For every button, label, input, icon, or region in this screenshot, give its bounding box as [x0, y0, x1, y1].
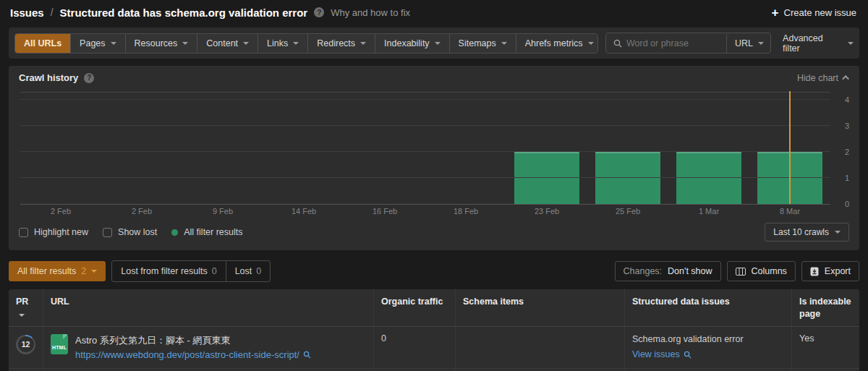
page-url-link[interactable]: https://www.webdong.dev/post/astro-clien… — [75, 348, 311, 362]
x-tick-label: 9 Feb — [182, 207, 263, 216]
y-tick-label: 3 — [845, 121, 849, 130]
search-scope-dropdown[interactable]: URL — [726, 34, 771, 53]
page-title: Structured data has schema.org validatio… — [60, 7, 308, 19]
filter-segments: All URLsPagesResourcesContentLinksRedire… — [14, 33, 598, 54]
chevron-down-icon — [848, 42, 854, 45]
y-tick-label: 2 — [845, 148, 849, 156]
col-header-schema-items[interactable]: Schema items — [456, 289, 625, 327]
sort-caret-icon — [19, 314, 25, 317]
search-box — [606, 33, 726, 53]
search-scope-label: URL — [735, 38, 753, 48]
secondary-tabs: Lost from filter results 0 Lost 0 — [111, 260, 271, 282]
table-row: 12 HTML Astro 系列文第九日：腳本 - 網頁東東 https://w… — [9, 327, 859, 369]
columns-icon — [736, 268, 746, 276]
gridline — [20, 125, 830, 126]
highlight-new-label: Highlight new — [34, 227, 88, 237]
view-issues-link[interactable]: View issues — [632, 349, 692, 359]
chart-slot — [20, 93, 101, 204]
show-lost-checkbox[interactable]: Show lost — [103, 227, 157, 237]
highlight-new-checkbox[interactable]: Highlight new — [19, 227, 88, 237]
chevron-down-icon — [182, 42, 188, 45]
chart-bar[interactable] — [514, 152, 579, 204]
filter-segment-content[interactable]: Content — [197, 34, 258, 53]
plus-icon: + — [772, 7, 779, 19]
chart-plot: 01234 — [20, 92, 830, 205]
inspect-icon[interactable] — [303, 351, 311, 359]
filter-segment-label: Sitemaps — [459, 38, 496, 48]
create-new-issue-button[interactable]: + Create new issue — [772, 7, 856, 19]
filter-segment-indexability[interactable]: Indexability — [375, 34, 449, 53]
col-header-label: PR — [16, 297, 28, 307]
tab-all-filter-results[interactable]: All filter results 2 — [9, 261, 106, 281]
x-tick-label: 16 Feb — [344, 207, 425, 216]
filter-segment-all-urls[interactable]: All URLs — [15, 34, 70, 53]
x-tick-label: 2 Feb — [101, 207, 182, 216]
breadcrumb-issues[interactable]: Issues — [10, 7, 44, 19]
columns-button[interactable]: Columns — [727, 261, 796, 281]
filter-segment-ahrefs-metrics[interactable]: Ahrefs metrics — [516, 34, 598, 53]
help-icon[interactable]: ? — [314, 7, 324, 17]
tab-lost[interactable]: Lost 0 — [226, 261, 271, 281]
tab-label: Lost from filter results — [121, 266, 207, 276]
filter-segment-links[interactable]: Links — [258, 34, 307, 53]
changes-value: Don't show — [668, 266, 712, 276]
page-title-text: Astro 系列文第九日：腳本 - 網頁東東 — [75, 334, 311, 348]
x-tick-label: 1 Mar — [668, 207, 749, 216]
columns-label: Columns — [752, 266, 787, 276]
table-header-row: PR URL Organic traffic Schema items Stru… — [9, 289, 859, 327]
page-rating-value: 12 — [18, 336, 34, 352]
breadcrumb-separator: / — [51, 7, 54, 18]
url-text: https://www.webdong.dev/post/astro-clien… — [75, 348, 299, 362]
chart-slot — [101, 93, 182, 204]
export-icon — [810, 267, 819, 276]
results-tabs-row: All filter results 2 Lost from filter re… — [9, 260, 859, 282]
filter-segment-redirects[interactable]: Redirects — [307, 34, 375, 53]
why-how-to-fix-link[interactable]: Why and how to fix — [331, 7, 410, 18]
site-audit-issues-page: Issues / Structured data has schema.org … — [0, 0, 868, 371]
chart-bar[interactable] — [676, 152, 741, 204]
search-icon — [613, 39, 622, 48]
url-cell: HTML Astro 系列文第九日：腳本 - 網頁東東 https://www.… — [43, 327, 374, 369]
x-tick-label: 25 Feb — [587, 207, 668, 216]
inspect-icon — [684, 351, 692, 359]
filter-segment-resources[interactable]: Resources — [125, 34, 197, 53]
filter-segment-label: Links — [267, 38, 288, 48]
changes-prefix: Changes: — [624, 266, 663, 276]
advanced-filter-label: Advanced filter — [783, 33, 842, 54]
chart-slot — [587, 93, 668, 204]
is-indexable-cell: Yes — [792, 327, 859, 369]
col-header-pr[interactable]: PR — [9, 289, 43, 327]
chart-x-axis: 2 Feb2 Feb9 Feb14 Feb16 Feb18 Feb23 Feb2… — [20, 207, 830, 216]
chart-slot — [425, 93, 506, 204]
col-header-url[interactable]: URL — [43, 289, 374, 327]
export-button[interactable]: Export — [801, 261, 859, 281]
col-header-structured-data-issues[interactable]: Structured data issues — [625, 289, 792, 327]
chart-bars — [20, 93, 830, 204]
legend-dot-icon — [171, 229, 178, 236]
help-icon[interactable]: ? — [84, 73, 94, 83]
tab-lost-from-filter-results[interactable]: Lost from filter results 0 — [112, 261, 225, 281]
chart-bar[interactable] — [595, 152, 660, 204]
crawl-history-panel: Crawl history ? Hide chart 01234 2 Feb2 … — [9, 66, 859, 250]
tab-count: 0 — [256, 266, 261, 276]
chart-title: Crawl history — [19, 72, 78, 83]
filter-segment-label: All URLs — [24, 38, 61, 48]
hide-chart-button[interactable]: Hide chart — [797, 73, 849, 83]
chevron-down-icon — [588, 42, 594, 45]
crawl-range-dropdown[interactable]: Last 10 crawls — [765, 223, 849, 242]
filter-segment-label: Redirects — [317, 38, 355, 48]
col-header-is-indexable-page[interactable]: Is indexable page — [792, 289, 859, 327]
filter-segment-pages[interactable]: Pages — [70, 34, 124, 53]
search-input[interactable] — [626, 33, 719, 53]
chart-controls: Highlight new Show lost All filter resul… — [9, 217, 859, 250]
crawl-range-label: Last 10 crawls — [773, 227, 829, 237]
checkbox-icon — [103, 228, 112, 237]
col-header-organic-traffic[interactable]: Organic traffic — [374, 289, 456, 327]
tab-label: All filter results — [17, 266, 76, 276]
changes-toggle-button[interactable]: Changes: Don't show — [615, 261, 721, 281]
filter-segment-sitemaps[interactable]: Sitemaps — [449, 34, 516, 53]
chevron-down-icon — [835, 231, 841, 234]
create-new-issue-label: Create new issue — [784, 7, 856, 18]
advanced-filter-button[interactable]: Advanced filter — [783, 33, 854, 54]
show-lost-label: Show lost — [118, 227, 157, 237]
